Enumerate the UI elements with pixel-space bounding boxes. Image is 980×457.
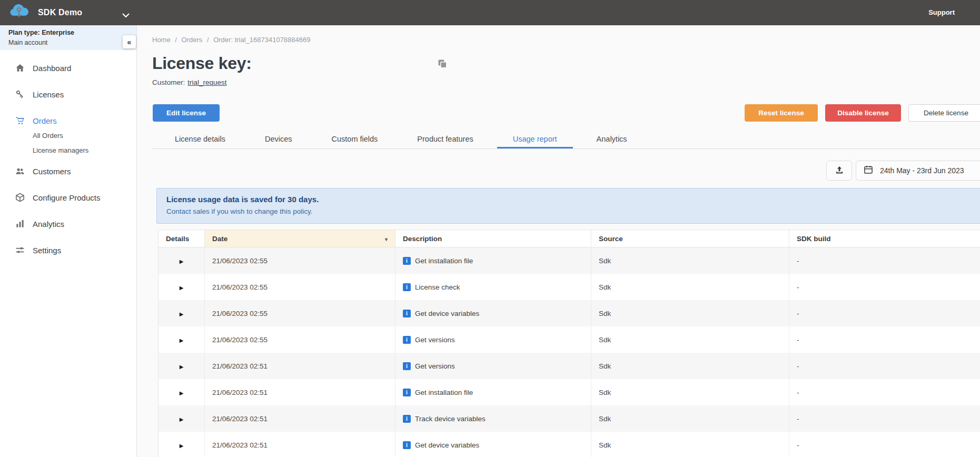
- column-header-description[interactable]: Description: [395, 230, 591, 247]
- customer-line: Customer:trial_request: [152, 78, 227, 86]
- export-button[interactable]: [826, 161, 852, 181]
- triangle-right-icon: [180, 362, 184, 370]
- expand-row-button[interactable]: [176, 256, 187, 266]
- export-icon: [834, 165, 845, 177]
- breadcrumb: Home / Orders / Order: trial_16873410788…: [152, 36, 310, 44]
- copy-license-key-button[interactable]: [437, 58, 448, 69]
- expand-row-button[interactable]: [176, 335, 187, 345]
- reset-license-button[interactable]: Reset license: [745, 104, 818, 122]
- sdk-build-cell: -: [789, 247, 980, 274]
- sdk-build-cell: -: [789, 274, 980, 300]
- details-cell: [159, 379, 205, 405]
- column-label: Date: [212, 235, 227, 243]
- table-row: 21/06/2023 02:55License checkSdk-: [159, 274, 980, 300]
- sdk-build-cell: -: [789, 300, 980, 326]
- details-cell: [159, 300, 205, 326]
- sidebar: Plan type: Enterprise Main account Dashb…: [0, 25, 137, 457]
- expand-row-button[interactable]: [176, 282, 187, 292]
- expand-row-button[interactable]: [176, 309, 187, 319]
- disable-license-button[interactable]: Disable license: [825, 104, 901, 122]
- sidebar-item-customers[interactable]: Customers: [0, 158, 136, 184]
- column-label: Source: [599, 235, 623, 243]
- column-label: Details: [166, 235, 189, 243]
- plan-type: Plan type: Enterprise: [8, 28, 136, 37]
- description-cell: Get device variables: [395, 432, 591, 457]
- sdk-build-cell: -: [789, 379, 980, 405]
- sidebar-item-licenses[interactable]: Licenses: [0, 81, 136, 107]
- sidebar-nav: DashboardLicensesOrdersAll OrdersLicense…: [0, 50, 136, 263]
- tab-license-details[interactable]: License details: [159, 131, 241, 148]
- breadcrumb-orders[interactable]: Orders: [182, 36, 203, 44]
- plan-panel: Plan type: Enterprise Main account: [0, 25, 136, 50]
- triangle-right-icon: [180, 415, 184, 423]
- info-icon: [403, 389, 411, 396]
- sidebar-item-analytics[interactable]: Analytics: [0, 211, 136, 237]
- tab-product-features[interactable]: Product features: [401, 131, 489, 148]
- title-row: License key:: [152, 53, 396, 74]
- customer-link[interactable]: trial_request: [187, 78, 226, 86]
- sidebar-item-license-managers[interactable]: License managers: [0, 143, 136, 158]
- tab-usage-report[interactable]: Usage report: [497, 131, 573, 148]
- delete-license-button[interactable]: Delete license: [908, 104, 980, 122]
- expand-row-button[interactable]: [176, 388, 187, 398]
- source-cell: Sdk: [591, 274, 789, 300]
- banner-title: License usage data is saved for 30 days.: [166, 194, 976, 205]
- tab-analytics[interactable]: Analytics: [581, 131, 643, 148]
- column-header-source[interactable]: Source: [591, 230, 789, 247]
- info-icon: [403, 362, 411, 370]
- expand-row-button[interactable]: [176, 440, 187, 450]
- date-range-picker[interactable]: 24th May - 23rd Jun 2023: [856, 161, 980, 181]
- source-cell: Sdk: [591, 353, 789, 379]
- sidebar-collapse-button[interactable]: [123, 35, 136, 48]
- sdk-build-cell: -: [789, 405, 980, 432]
- column-header-sdk-build[interactable]: SDK build: [789, 230, 980, 247]
- details-cell: [159, 353, 205, 379]
- sidebar-subnav-orders: All OrdersLicense managers: [0, 128, 136, 158]
- app-logo-icon: [7, 3, 31, 23]
- tab-devices[interactable]: Devices: [249, 131, 308, 148]
- info-icon: [403, 336, 411, 344]
- table-row: 21/06/2023 02:51Get device variablesSdk-: [159, 432, 980, 457]
- description-cell: License check: [395, 274, 591, 300]
- info-icon: [403, 415, 411, 423]
- source-cell: Sdk: [591, 379, 789, 405]
- expand-row-button[interactable]: [176, 414, 187, 424]
- users-icon: [15, 166, 25, 176]
- sidebar-item-all-orders[interactable]: All Orders: [0, 128, 136, 143]
- info-icon: [403, 257, 411, 265]
- breadcrumb-separator: /: [175, 36, 177, 44]
- column-header-date[interactable]: Date: [205, 230, 395, 247]
- support-link[interactable]: Support: [928, 0, 955, 25]
- home-icon: [15, 63, 25, 73]
- cart-icon: [15, 115, 25, 126]
- date-cell: 21/06/2023 02:51: [205, 405, 395, 432]
- source-cell: Sdk: [591, 300, 789, 326]
- details-cell: [159, 247, 205, 274]
- box-icon: [15, 192, 25, 203]
- gear-icon: [15, 245, 25, 255]
- date-range-text: 24th May - 23rd Jun 2023: [880, 166, 964, 175]
- column-header-details[interactable]: Details: [159, 230, 205, 247]
- source-cell: Sdk: [591, 405, 789, 432]
- expand-row-button[interactable]: [176, 361, 187, 371]
- column-label: Description: [403, 235, 442, 243]
- tab-custom-fields[interactable]: Custom fields: [316, 131, 394, 148]
- table-body: 21/06/2023 02:55Get installation fileSdk…: [159, 247, 980, 457]
- customer-label: Customer:: [152, 78, 185, 86]
- source-cell: Sdk: [591, 247, 789, 274]
- edit-license-button[interactable]: Edit license: [153, 104, 220, 122]
- sort-desc-icon: [384, 235, 389, 243]
- table-row: 21/06/2023 02:51Get installation fileSdk…: [159, 379, 980, 405]
- sdk-build-cell: -: [789, 432, 980, 457]
- table-header: DetailsDateDescriptionSourceSDK build: [159, 230, 980, 247]
- sidebar-item-dashboard[interactable]: Dashboard: [0, 55, 136, 81]
- tab-bar: License detailsDevicesCustom fieldsProdu…: [152, 131, 980, 149]
- breadcrumb-home[interactable]: Home: [152, 36, 171, 44]
- sidebar-item-configure-products[interactable]: Configure Products: [0, 184, 136, 211]
- date-cell: 21/06/2023 02:55: [205, 326, 395, 353]
- details-cell: [159, 432, 205, 457]
- table-row: 21/06/2023 02:55Get installation fileSdk…: [159, 247, 980, 274]
- sidebar-item-settings[interactable]: Settings: [0, 237, 136, 263]
- chevron-down-icon[interactable]: [122, 11, 130, 20]
- date-cell: 21/06/2023 02:55: [205, 247, 395, 274]
